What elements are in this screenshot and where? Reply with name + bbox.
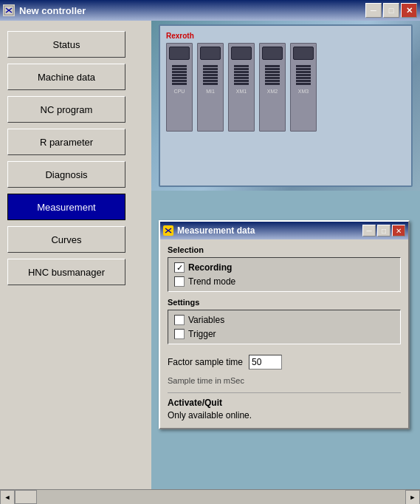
slot-pins: [296, 65, 311, 85]
minimize-button[interactable]: ─: [365, 3, 382, 18]
dialog-body: Selection ✓ Recording Trend mode Setting…: [160, 239, 408, 428]
pin: [203, 83, 218, 85]
slot-connector: [262, 47, 283, 60]
hnc-busmanager-button[interactable]: HNC busmanager: [7, 259, 125, 285]
slot-pins: [203, 65, 218, 85]
pin: [265, 83, 280, 85]
dialog-title-buttons: ─ □ ✕: [362, 225, 405, 236]
recording-row: ✓ Recording: [174, 262, 394, 273]
dialog-minimize-button[interactable]: ─: [362, 225, 376, 236]
pin: [172, 68, 187, 70]
pin: [172, 80, 187, 82]
trigger-row: Trigger: [174, 329, 394, 339]
dialog-title-text: Measurement data: [177, 225, 255, 236]
slot-pins: [234, 65, 249, 85]
pin: [296, 80, 311, 82]
main-content: Status Machine data NC program R paramet…: [0, 21, 420, 489]
dialog-title-bar: Measurement data ─ □ ✕: [160, 222, 408, 239]
title-bar-buttons: ─ □ ✕: [365, 3, 417, 18]
selection-section-box: ✓ Recording Trend mode: [168, 257, 401, 292]
close-button[interactable]: ✕: [401, 3, 417, 18]
pin: [234, 74, 249, 76]
pin: [234, 68, 249, 70]
measurement-data-dialog: Measurement data ─ □ ✕ Selection ✓ Recor…: [159, 220, 410, 429]
pin: [296, 68, 311, 70]
maximize-button[interactable]: □: [383, 3, 399, 18]
pin: [203, 71, 218, 73]
pin: [296, 83, 311, 85]
pin: [265, 74, 280, 76]
pin: [203, 68, 218, 70]
factor-row: Factor sample time: [168, 350, 401, 374]
slot-pins: [265, 65, 280, 85]
slot-label-cpu: CPU: [174, 89, 185, 94]
activate-label: Activate/Quit: [168, 398, 401, 408]
sidebar-item-curves: Curves: [7, 226, 144, 253]
scroll-track[interactable]: [15, 490, 405, 504]
hw-slot-xm3: XM3: [290, 43, 317, 132]
trend-mode-checkbox[interactable]: [174, 276, 185, 287]
sidebar-item-nc-program: NC program: [7, 96, 144, 123]
slot-pins: [172, 65, 187, 85]
sidebar: Status Machine data NC program R paramet…: [0, 21, 151, 489]
pin: [234, 71, 249, 73]
pin: [234, 83, 249, 85]
sidebar-item-diagnosis: Diagnosis: [7, 161, 144, 188]
pin: [203, 77, 218, 79]
variables-checkbox[interactable]: [174, 315, 185, 325]
pin: [172, 71, 187, 73]
factor-input[interactable]: [249, 355, 282, 370]
title-bar: New controller ─ □ ✕: [0, 0, 420, 21]
recording-checkbox[interactable]: ✓: [174, 262, 185, 273]
app-icon: [3, 4, 15, 16]
slot-label-xm1: XM1: [236, 89, 247, 94]
pin: [203, 74, 218, 76]
measurement-button[interactable]: Measurement: [7, 194, 125, 220]
trend-mode-row: Trend mode: [174, 276, 394, 287]
status-button[interactable]: Status: [7, 31, 125, 58]
dialog-title-left: Measurement data: [163, 225, 255, 236]
pin: [296, 74, 311, 76]
curves-button[interactable]: Curves: [7, 226, 125, 253]
trend-mode-label: Trend mode: [188, 276, 235, 287]
trigger-checkbox[interactable]: [174, 329, 185, 339]
slot-connector: [169, 47, 190, 60]
hardware-brand: Rexroth: [166, 32, 405, 40]
slot-connector: [231, 47, 252, 60]
variables-row: Variables: [174, 315, 394, 325]
scroll-left-arrow[interactable]: ◄: [0, 490, 15, 505]
slot-label-mi1: MI1: [206, 89, 215, 94]
pin: [172, 83, 187, 85]
dialog-close-button[interactable]: ✕: [392, 225, 405, 236]
pin: [234, 77, 249, 79]
hw-slot-xm2: XM2: [259, 43, 286, 132]
recording-label: Recording: [188, 262, 232, 273]
factor-label: Factor sample time: [168, 357, 243, 367]
diagnosis-button[interactable]: Diagnosis: [7, 161, 125, 188]
scroll-right-arrow[interactable]: ►: [405, 490, 420, 505]
nc-program-button[interactable]: NC program: [7, 96, 125, 123]
pin: [265, 77, 280, 79]
selection-section-label: Selection: [168, 245, 401, 254]
variables-label: Variables: [188, 315, 224, 325]
machine-data-button[interactable]: Machine data: [7, 64, 125, 90]
sidebar-item-r-parameter: R parameter: [7, 129, 144, 155]
sidebar-item-status: Status: [7, 31, 144, 58]
slot-label-xm2: XM2: [267, 89, 278, 94]
recording-check-mark: ✓: [176, 263, 183, 273]
pin: [172, 74, 187, 76]
scrollbar-bottom: ◄ ►: [0, 489, 420, 504]
hw-slot-xm1: XM1: [228, 43, 255, 132]
settings-section-label: Settings: [168, 298, 401, 307]
pin: [265, 80, 280, 82]
settings-section-box: Variables Trigger: [168, 310, 401, 344]
sidebar-item-machine-data: Machine data: [7, 64, 144, 90]
scroll-thumb[interactable]: [15, 490, 37, 504]
r-parameter-button[interactable]: R parameter: [7, 129, 125, 155]
sample-time-sublabel: Sample time in mSec: [168, 376, 401, 385]
pin: [203, 65, 218, 67]
hardware-panel: Rexroth CPU: [159, 24, 413, 187]
dialog-maximize-button[interactable]: □: [377, 225, 390, 236]
slot-connector: [200, 47, 221, 60]
window-title: New controller: [19, 5, 86, 16]
